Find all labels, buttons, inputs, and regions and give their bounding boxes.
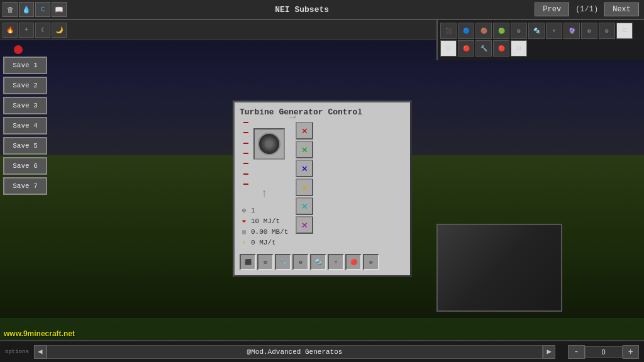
item-slot[interactable]: 🟤 <box>475 23 492 39</box>
output-icon: ⚡ <box>240 238 248 247</box>
gauge-container: → ↑ <box>243 122 285 185</box>
status-row-count: ⊙ 1 <box>240 206 288 215</box>
item-slot[interactable]: ⚙ <box>599 23 615 39</box>
turbine-generator-dialog: Turbine Generator Control → <box>233 101 412 277</box>
x-btn-green[interactable]: ✕ <box>296 141 313 158</box>
item-slot[interactable]: 🟢 <box>493 23 509 39</box>
mb-value: 0.00 MB/t <box>251 228 288 236</box>
item-slot[interactable]: 🔮 <box>564 23 580 39</box>
moon-icon-btn[interactable]: 🌙 <box>52 23 67 38</box>
dialog-slot-8[interactable]: ⚙ <box>363 254 379 270</box>
save-btn-7[interactable]: Save 7 <box>3 177 47 195</box>
dialog-slot-7[interactable]: 🔴 <box>345 254 362 270</box>
item-grid-right: ⬛ 🔵 🟤 🟢 ⚙ 🔩 ⚡ 🔮 ⚙ ⚙ □ □ 🔴 🔧 🔴 □ <box>436 20 644 60</box>
scale-tick <box>243 163 248 164</box>
status-row-mb: ▦ 0.00 MB/t <box>240 228 288 236</box>
dialog-slot-4[interactable]: ⚙ <box>292 254 309 270</box>
arrow-right-icon: → <box>289 111 296 123</box>
count-icon: ⊙ <box>240 206 248 215</box>
item-slot[interactable]: 🔧 <box>475 40 492 57</box>
item-slot[interactable]: 🔵 <box>458 23 474 39</box>
item-slot[interactable]: ⬛ <box>440 23 457 39</box>
bottom-left-arrow[interactable]: ◀ <box>34 345 47 359</box>
status-row-output: ⚡ 0 MJ/t <box>240 238 288 247</box>
trash-icon-btn[interactable]: 🗑 <box>3 2 18 17</box>
item-slot[interactable]: ⚙ <box>511 23 527 39</box>
scale-tick <box>243 132 248 133</box>
scale-ticks <box>243 122 251 185</box>
item-slot-white2[interactable]: □ <box>440 40 457 57</box>
minus-button[interactable]: - <box>568 345 584 359</box>
x-btn-red[interactable]: ✕ <box>296 122 313 140</box>
item-slot[interactable]: 🔴 <box>493 40 509 57</box>
x-buttons-panel: ✕ ✕ ✕ ✕ ✕ ✕ <box>296 122 313 249</box>
plus-button[interactable]: + <box>623 345 639 359</box>
nav-buttons: Prev (1/1) Next <box>535 3 644 16</box>
craft-icon-btn[interactable]: C <box>35 2 50 17</box>
search-input[interactable] <box>47 345 543 359</box>
scale-tick <box>243 153 248 154</box>
save-btn-1[interactable]: Save 1 <box>3 57 47 74</box>
dialog-title: Turbine Generator Control <box>240 107 405 117</box>
x-btn-blue[interactable]: ✕ <box>296 160 313 177</box>
dialog-slot-3[interactable]: 🔧 <box>275 254 291 270</box>
mj-value: 10 MJ/t <box>251 217 280 225</box>
x-btn-cyan[interactable]: ✕ <box>296 197 313 215</box>
item-slot-white[interactable]: □ <box>616 23 633 39</box>
scale-tick <box>243 143 248 144</box>
second-bar-left-icons: 🔥 + ☾ 🌙 <box>0 21 69 39</box>
bg-machine-block <box>436 224 562 312</box>
scale-tick <box>243 122 248 123</box>
count-value: 1 <box>251 207 255 214</box>
top-bar-icons: 🗑 💧 C 📖 <box>0 1 69 18</box>
x-btn-purple[interactable]: ✕ <box>296 216 313 234</box>
save-btn-3[interactable]: Save 3 <box>3 97 47 114</box>
arrow-up-icon: ↑ <box>261 187 268 200</box>
dialog-slot-5[interactable]: 🔩 <box>310 254 326 270</box>
dialog-content: → ↑ ⊙ 1 ❤ 10 MJ/t <box>240 122 405 249</box>
bottom-left-text: options <box>5 349 29 355</box>
item-row-1: ⬛ 🔵 🟤 🟢 ⚙ 🔩 ⚡ 🔮 ⚙ ⚙ □ <box>440 23 641 39</box>
dialog-slot-1[interactable]: ⬛ <box>240 254 256 270</box>
turbine-icon[interactable] <box>253 128 285 160</box>
prev-button[interactable]: Prev <box>535 3 569 16</box>
item-slot[interactable]: ⚙ <box>581 23 597 39</box>
watermark: www.9minecraft.net <box>4 329 75 338</box>
page-info: (1/1) <box>572 5 602 14</box>
item-slot-bright[interactable]: □ <box>511 40 527 57</box>
book-icon-btn[interactable]: 📖 <box>52 2 67 17</box>
dialog-bottom-slots: ⬛ ⚙ 🔧 ⚙ 🔩 ⚡ 🔴 ⚙ <box>240 254 405 270</box>
item-slot[interactable]: 🔴 <box>458 40 474 57</box>
plus-icon-btn[interactable]: + <box>19 23 34 38</box>
turbine-area: → ↑ <box>253 122 285 185</box>
save-btn-5[interactable]: Save 5 <box>3 137 47 155</box>
bottom-bar: options ◀ ▶ - + <box>0 340 644 362</box>
output-value: 0 MJ/t <box>251 239 276 246</box>
save-buttons-panel: Save 1 Save 2 Save 3 Save 4 Save 5 Save … <box>3 57 47 195</box>
mj-icon: ❤ <box>240 217 248 226</box>
next-button[interactable]: Next <box>604 3 639 16</box>
number-input[interactable] <box>585 346 623 358</box>
dialog-slot-6[interactable]: ⚡ <box>328 254 344 270</box>
x-btn-yellow[interactable]: ✕ <box>296 178 313 196</box>
red-dot-indicator[interactable] <box>14 45 23 54</box>
fire-icon-btn[interactable]: 🔥 <box>3 23 18 38</box>
save-btn-2[interactable]: Save 2 <box>3 77 47 94</box>
dialog-left-panel: → ↑ ⊙ 1 ❤ 10 MJ/t <box>240 122 288 249</box>
save-btn-4[interactable]: Save 4 <box>3 117 47 134</box>
mb-icon: ▦ <box>240 228 248 236</box>
item-row-2: □ 🔴 🔧 🔴 □ <box>440 40 641 57</box>
scale-tick <box>243 184 248 185</box>
dialog-slot-2[interactable]: ⚙ <box>257 254 274 270</box>
save-btn-6[interactable]: Save 6 <box>3 157 47 175</box>
status-row-mj: ❤ 10 MJ/t <box>240 217 288 226</box>
second-bar: 🔥 + ☾ 🌙 ⬛ 🔵 🟤 🟢 ⚙ 🔩 ⚡ 🔮 ⚙ ⚙ □ □ 🔴 🔧 🔴 □ <box>0 20 644 40</box>
bottom-right-arrow[interactable]: ▶ <box>543 345 555 359</box>
scale-tick <box>243 173 248 175</box>
drop-icon-btn[interactable]: 💧 <box>19 2 34 17</box>
status-info-panel: ⊙ 1 ❤ 10 MJ/t ▦ 0.00 MB/t ⚡ 0 MJ/t <box>240 206 288 249</box>
turbine-rotor <box>258 133 280 155</box>
crescent-icon-btn[interactable]: ☾ <box>35 23 50 38</box>
item-slot[interactable]: ⚡ <box>546 23 562 39</box>
item-slot[interactable]: 🔩 <box>528 23 545 39</box>
